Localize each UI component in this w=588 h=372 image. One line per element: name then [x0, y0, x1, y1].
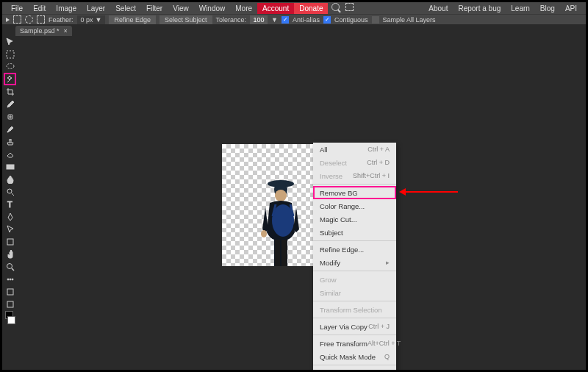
tool-crop[interactable] [4, 86, 15, 97]
menu-more[interactable]: More [230, 3, 257, 14]
menu-item-label: Subject [320, 229, 343, 237]
tool-brush[interactable] [4, 124, 15, 135]
menu-select[interactable]: Select [110, 3, 141, 14]
svg-rect-3 [7, 165, 14, 169]
svg-rect-0 [7, 51, 14, 58]
menu-item-color-range-[interactable]: Color Range... [313, 199, 396, 212]
svg-point-1 [7, 63, 14, 68]
menu-item-grow: Grow [313, 273, 396, 286]
feather-dropdown[interactable]: 0 px▼ [77, 15, 106, 24]
menu-item-layer-via-copy[interactable]: Layer Via CopyCtrl + J [313, 320, 396, 333]
tool-path-select[interactable] [4, 223, 15, 235]
menu-item-subject[interactable]: Subject [313, 226, 396, 239]
contiguous-label: Contiguous [334, 16, 368, 24]
tool-shape[interactable] [4, 236, 15, 247]
menu-separator [313, 271, 396, 271]
contiguous-checkbox[interactable]: ✓ [323, 16, 331, 24]
tool-zoom[interactable] [4, 261, 15, 272]
tool-pen[interactable] [4, 211, 15, 222]
svg-rect-18 [282, 240, 287, 266]
menu-layer[interactable]: Layer [82, 3, 110, 14]
link-api[interactable]: API [560, 3, 582, 14]
menubar-left: File Edit Image Layer Select Filter View… [6, 3, 356, 14]
menubar: File Edit Image Layer Select Filter View… [2, 2, 586, 14]
menu-separator [313, 301, 396, 301]
menu-item-modify[interactable]: Modify▸ [313, 256, 396, 269]
anti-alias-label: Anti-alias [293, 16, 320, 24]
tool-eraser[interactable] [4, 149, 15, 160]
tool-healing[interactable] [4, 111, 15, 122]
svg-point-10 [12, 279, 13, 280]
menu-item-shortcut: Q [384, 353, 390, 361]
fullscreen-icon[interactable] [345, 3, 354, 11]
add-mode-icon[interactable] [37, 15, 45, 24]
tool-dodge[interactable] [4, 186, 15, 197]
close-tab-icon[interactable]: × [64, 27, 68, 35]
tool-gradient[interactable] [4, 161, 15, 172]
tool-move[interactable] [4, 36, 15, 47]
ellipse-mode-icon[interactable] [25, 15, 33, 24]
svg-rect-11 [7, 289, 13, 295]
menu-separator [313, 240, 396, 241]
svg-point-19 [261, 230, 267, 237]
link-about[interactable]: About [423, 3, 453, 14]
menu-item-label: Modify [320, 259, 340, 267]
refine-edge-button[interactable]: Refine Edge [109, 15, 156, 24]
feather-label: Feather: [49, 16, 74, 24]
tool-blur[interactable] [4, 174, 15, 185]
menu-item-label: Transform Selection [320, 306, 382, 314]
move-mode-icon[interactable] [6, 18, 10, 22]
menu-view[interactable]: View [168, 3, 194, 14]
tolerance-input[interactable] [250, 15, 268, 24]
sample-all-checkbox[interactable] [372, 16, 379, 24]
menu-item-similar: Similar [313, 286, 396, 299]
background-color-swatch[interactable] [7, 316, 15, 324]
menu-window[interactable]: Window [194, 3, 231, 14]
menu-item-free-transform[interactable]: Free TransformAlt+Ctrl + T [313, 337, 396, 350]
menu-item-load-selection[interactable]: Load Selection [313, 367, 396, 372]
tool-clone[interactable] [4, 136, 15, 147]
menu-item-refine-edge-[interactable]: Refine Edge... [313, 243, 396, 256]
menubar-right: About Report a bug Learn Blog API [423, 3, 582, 14]
menu-image[interactable]: Image [51, 3, 82, 14]
menu-donate[interactable]: Donate [294, 3, 328, 14]
menu-file[interactable]: File [6, 3, 28, 14]
menu-account[interactable]: Account [257, 3, 294, 14]
anti-alias-checkbox[interactable]: ✓ [282, 16, 289, 24]
rect-mode-icon[interactable] [13, 15, 21, 24]
menu-edit[interactable]: Edit [28, 3, 51, 14]
link-blog[interactable]: Blog [535, 3, 560, 14]
tool-magic-wand[interactable] [4, 74, 15, 85]
svg-point-15 [275, 190, 287, 201]
canvas[interactable] [222, 144, 313, 266]
sample-all-label: Sample All Layers [383, 16, 436, 24]
menu-separator [313, 184, 396, 185]
menu-filter[interactable]: Filter [141, 3, 168, 14]
menu-item-quick-mask-mode[interactable]: Quick Mask ModeQ [313, 350, 396, 363]
tool-rect-select[interactable] [4, 49, 15, 60]
menu-item-remove-bg[interactable]: Remove BG [313, 186, 396, 199]
menu-item-inverse: InverseShift+Ctrl + I [313, 169, 396, 182]
tool-extra-2[interactable] [4, 286, 15, 297]
tab-sample[interactable]: Sample.psd * × [15, 26, 72, 36]
tool-eyedropper[interactable] [4, 99, 15, 110]
tool-lasso[interactable] [4, 61, 15, 72]
menu-item-label: Deselect [320, 159, 347, 167]
tool-extra-1[interactable] [4, 273, 15, 285]
link-learn[interactable]: Learn [506, 3, 535, 14]
menu-item-label: Free Transform [320, 340, 368, 348]
select-subject-button[interactable]: Select Subject [159, 15, 212, 24]
search-icon[interactable] [331, 3, 340, 11]
menu-item-magic-cut-[interactable]: Magic Cut... [313, 212, 396, 226]
menu-item-shortcut: Ctrl + A [368, 146, 390, 154]
tool-hand[interactable] [4, 248, 15, 260]
svg-rect-17 [275, 240, 280, 266]
tool-extra-3[interactable] [4, 298, 15, 310]
svg-point-8 [7, 279, 9, 280]
link-report-bug[interactable]: Report a bug [453, 3, 506, 14]
tab-label: Sample.psd * [20, 27, 60, 35]
callout-arrow [405, 191, 458, 193]
menu-item-all[interactable]: AllCtrl + A [313, 143, 396, 156]
tool-type[interactable]: T [4, 198, 15, 210]
menu-item-label: Refine Edge... [320, 246, 364, 254]
